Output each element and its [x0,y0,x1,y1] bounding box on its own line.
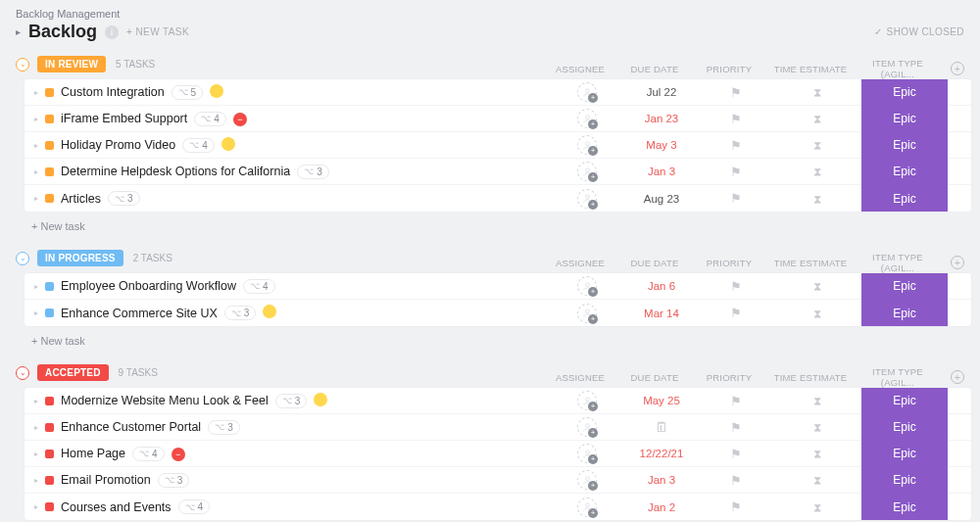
task-name[interactable]: Employee Onboarding Workflow [61,279,236,293]
due-date-cell[interactable]: Jan 3 [624,166,699,177]
priority-flag-icon[interactable]: ⚑ [730,499,742,514]
add-column-button[interactable]: + [951,370,964,384]
due-date-cell[interactable]: Jan 3 [624,474,699,486]
expand-row-icon[interactable]: ▸ [34,141,38,150]
new-task-row[interactable]: + New task [8,213,972,232]
assignee-add-button[interactable]: + [577,498,597,517]
subtask-count[interactable]: ⌥ 3 [297,165,329,179]
time-estimate-icon[interactable]: ⧗ [813,447,821,460]
item-type-badge[interactable]: Epic [861,467,948,494]
status-square-icon[interactable] [45,423,54,432]
due-date-cell[interactable]: 🗓 [624,419,699,435]
priority-flag-icon[interactable]: ⚑ [730,394,742,408]
status-square-icon[interactable] [45,308,54,317]
subtask-count[interactable]: ⌥ 4 [178,499,211,514]
task-row[interactable]: ▸ Articles ⌥ 3 + Aug 23 ⚑ ⧗ Epic [24,185,971,212]
assignee-add-button[interactable]: + [577,82,597,102]
breadcrumb[interactable]: Backlog Management [8,6,972,22]
expand-row-icon[interactable]: ▸ [34,115,38,123]
item-type-badge[interactable]: Epic [861,388,948,414]
due-date-cell[interactable]: Jan 2 [624,501,699,513]
assignee-add-button[interactable]: + [577,444,597,463]
expand-row-icon[interactable]: ▸ [34,450,38,458]
priority-flag-icon[interactable]: ⚑ [730,112,742,126]
priority-flag-icon[interactable]: ⚑ [730,165,742,179]
tag-icon[interactable] [221,137,235,151]
task-name[interactable]: Determine Helpdesk Options for Californi… [61,165,290,178]
task-row[interactable]: ▸ Enhance Commerce Site UX ⌥ 3 + Mar 14 … [24,300,971,326]
time-estimate-icon[interactable]: ⧗ [813,307,821,320]
expand-caret-icon[interactable]: ▸ [16,26,21,37]
tag-icon[interactable] [210,84,223,98]
show-closed-toggle[interactable]: ✓ SHOW CLOSED [874,26,964,37]
assignee-add-button[interactable]: + [577,189,597,209]
priority-flag-icon[interactable]: ⚑ [730,420,742,435]
status-square-icon[interactable] [45,141,54,150]
status-square-icon[interactable] [45,194,54,203]
time-estimate-icon[interactable]: ⧗ [813,85,821,99]
expand-row-icon[interactable]: ▸ [34,308,38,317]
expand-row-icon[interactable]: ▸ [34,194,38,203]
task-row[interactable]: ▸ Home Page ⌥ 4 − + 12/22/21 ⚑ ⧗ Epic [24,441,971,467]
item-type-badge[interactable]: Epic [861,273,948,300]
status-square-icon[interactable] [45,115,54,123]
task-name[interactable]: Courses and Events [61,500,172,514]
item-type-badge[interactable]: Epic [861,159,948,185]
task-name[interactable]: Modernize Website Menu Look & Feel [61,394,269,407]
task-row[interactable]: ▸ Custom Integration ⌥ 5 + Jul 22 ⚑ ⧗ Ep… [24,79,971,106]
item-type-badge[interactable]: Epic [861,494,948,520]
assignee-add-button[interactable]: + [577,135,597,155]
time-estimate-icon[interactable]: ⧗ [813,500,821,514]
time-estimate-icon[interactable]: ⧗ [813,112,821,125]
task-row[interactable]: ▸ Determine Helpdesk Options for Califor… [24,159,971,185]
assignee-add-button[interactable]: + [577,162,597,181]
task-row[interactable]: ▸ Employee Onboarding Workflow ⌥ 4 + Jan… [24,273,971,300]
due-date-cell[interactable]: 12/22/21 [624,448,699,459]
status-square-icon[interactable] [45,282,54,291]
new-task-button[interactable]: + NEW TASK [126,26,189,37]
subtask-count[interactable]: ⌥ 5 [172,85,204,100]
task-name[interactable]: Email Promotion [61,473,151,487]
add-column-button[interactable]: + [951,62,964,75]
info-icon[interactable]: i [105,25,119,39]
subtask-count[interactable]: ⌥ 3 [158,473,190,488]
task-name[interactable]: Custom Integration [61,85,165,99]
expand-row-icon[interactable]: ▸ [34,476,38,485]
item-type-badge[interactable]: Epic [861,79,948,106]
task-name[interactable]: Articles [61,192,101,206]
due-date-cell[interactable]: Jan 6 [624,280,699,292]
due-date-cell[interactable]: May 25 [624,395,699,406]
priority-flag-icon[interactable]: ⚑ [730,447,742,461]
due-date-cell[interactable]: Jul 22 [624,86,699,98]
add-column-button[interactable]: + [951,256,964,269]
task-name[interactable]: Enhance Commerce Site UX [61,307,218,320]
due-date-cell[interactable]: Jan 23 [624,113,699,124]
tag-icon[interactable]: − [233,113,247,126]
status-square-icon[interactable] [45,450,54,458]
collapse-group-button[interactable]: ⌄ [16,58,29,71]
task-name[interactable]: Holiday Promo Video [61,138,175,152]
assignee-add-button[interactable]: + [577,276,597,296]
collapse-group-button[interactable]: ⌄ [16,252,29,265]
status-pill[interactable]: IN PROGRESS [37,250,123,266]
time-estimate-icon[interactable]: ⧗ [813,192,821,206]
task-name[interactable]: iFrame Embed Support [61,112,187,125]
status-square-icon[interactable] [45,88,54,97]
priority-flag-icon[interactable]: ⚑ [730,279,742,294]
expand-row-icon[interactable]: ▸ [34,88,38,97]
priority-flag-icon[interactable]: ⚑ [730,138,742,153]
assignee-add-button[interactable]: + [577,109,597,128]
status-square-icon[interactable] [45,167,54,176]
task-name[interactable]: Enhance Customer Portal [61,420,201,434]
calendar-icon[interactable]: 🗓 [655,419,668,435]
task-row[interactable]: ▸ Modernize Website Menu Look & Feel ⌥ 3… [24,388,971,414]
due-date-cell[interactable]: May 3 [624,139,699,151]
new-task-row[interactable]: + New task [8,327,972,347]
task-row[interactable]: ▸ iFrame Embed Support ⌥ 4 − + Jan 23 ⚑ … [24,106,971,132]
time-estimate-icon[interactable]: ⧗ [813,420,821,434]
item-type-badge[interactable]: Epic [861,414,948,441]
priority-flag-icon[interactable]: ⚑ [730,473,742,488]
item-type-badge[interactable]: Epic [861,106,948,132]
task-row[interactable]: ▸ Enhance Customer Portal ⌥ 3 + 🗓 ⚑ ⧗ Ep… [24,414,971,441]
status-square-icon[interactable] [45,476,54,485]
